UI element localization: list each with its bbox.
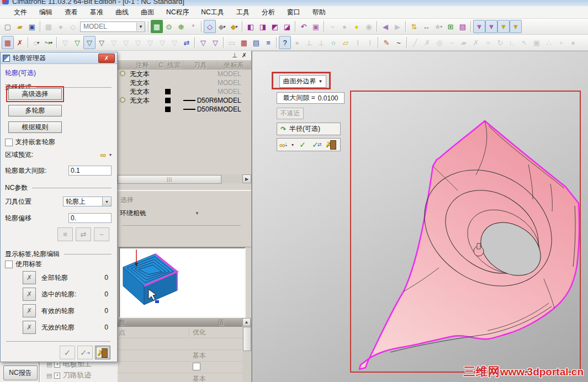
display-mode-3-icon[interactable]: ◩ [269, 20, 281, 33]
back-arrow-icon[interactable]: ◀ [379, 20, 391, 33]
nc-report-button[interactable]: NC报告 [3, 365, 38, 380]
zoom-in-icon[interactable]: ⊕ [175, 20, 187, 33]
sort-list-icon[interactable]: ≡ [262, 36, 274, 49]
radius-optional-button[interactable]: ↷ 半径(可选) [277, 123, 341, 135]
selection-list-icon[interactable]: ⇄ [181, 36, 193, 49]
bulb-on-icon[interactable]: ● [351, 20, 363, 33]
scroll-up-button[interactable]: ▲ [242, 318, 251, 326]
curve-icon[interactable]: ~ [393, 36, 405, 49]
checkbox-icon[interactable] [5, 139, 13, 146]
procedure-type-dropdown[interactable]: 环绕粗铣 ▼ [120, 208, 214, 219]
panel-titlebar[interactable]: 轮廓管理器 ✗ [1, 52, 117, 64]
new-file-icon[interactable]: ▢ [2, 20, 14, 33]
line-color-swatch[interactable] [165, 107, 171, 112]
filter-curve-icon[interactable]: ▽ [96, 36, 108, 49]
scrollbar-thumb[interactable] [243, 327, 251, 351]
checkbox-icon[interactable] [193, 363, 200, 370]
render-image-icon[interactable]: ▦ [151, 20, 163, 33]
measure-icon[interactable]: ↔ [420, 20, 432, 33]
expand-icon[interactable]: + [54, 373, 60, 379]
menu-NC程序[interactable]: NC程序 [160, 7, 195, 18]
entity-list-icon[interactable]: ▤ [457, 20, 469, 33]
tool-ball-1-icon[interactable]: ▼ [497, 20, 510, 33]
parameter-row[interactable] [118, 362, 251, 373]
tool-position-select[interactable]: 轮廓上 ▼ [63, 197, 112, 206]
open-file-icon[interactable]: ▰ [14, 20, 26, 33]
column-header[interactable]: 坐标系 [218, 61, 251, 70]
toolpath-row[interactable]: 无文本MODEL [118, 78, 251, 87]
toolpath-row[interactable]: 无文本MODEL [118, 87, 251, 96]
menu-曲线[interactable]: 曲线 [109, 7, 135, 18]
scroll-right-button[interactable]: ▶ [242, 174, 251, 183]
clear-profiles-button[interactable]: ✗ [23, 271, 36, 284]
grid-select-icon[interactable]: ▦ [2, 36, 14, 49]
visibility-bulb-icon[interactable] [120, 97, 125, 103]
apply-next-button[interactable]: ✓⇢ [77, 346, 93, 359]
menu-查看[interactable]: 查看 [59, 7, 84, 18]
toolpath-row[interactable]: 无文本D50R6MODEL [118, 96, 251, 105]
clear-profiles-button[interactable]: ✗ [23, 304, 36, 317]
display-mode-4-icon[interactable]: ◪ [281, 20, 293, 33]
display-mode-1-icon[interactable]: ◧ [245, 20, 257, 33]
parameter-row[interactable]: 基本 [118, 350, 251, 362]
line-color-swatch[interactable] [165, 89, 171, 94]
menu-曲面[interactable]: 曲面 [135, 7, 160, 18]
column-header[interactable]: C [157, 61, 165, 69]
chevron-down-icon[interactable]: ▾ [109, 152, 112, 157]
menu-帮助[interactable]: 帮助 [306, 7, 332, 18]
pin-icon[interactable]: ⊥ [232, 52, 237, 59]
clear-profiles-button[interactable]: ✗ [23, 321, 36, 334]
clear-profiles-button[interactable]: ✗ [23, 288, 36, 301]
menu-分析[interactable]: 分析 [256, 7, 281, 18]
menu-工具[interactable]: 工具 [230, 7, 256, 18]
sort-entities-icon[interactable]: ⇅ [408, 20, 420, 33]
tree-item[interactable]: ▤+刀路轨迹 [46, 370, 91, 381]
boundary-type-dropdown[interactable]: 曲面外边界 ▼ [279, 75, 326, 88]
parameter-row[interactable]: 点优化 [118, 327, 251, 338]
checkbox-icon[interactable] [5, 261, 13, 268]
toolpath-row[interactable]: 无文本MODEL [118, 70, 251, 78]
chevron-down-icon[interactable]: ▼ [102, 197, 111, 206]
close-icon[interactable]: ✗ [242, 52, 247, 59]
scrollbar-thumb[interactable]: ||| [118, 175, 221, 184]
horizontal-scrollbar[interactable]: ||| ▶ [118, 174, 251, 183]
filter-on-icon[interactable]: ▽ [71, 36, 83, 49]
ok-button[interactable]: ✓ [60, 346, 75, 359]
wireframe-cube-icon[interactable]: ◇ [204, 20, 216, 33]
parameters-table-header[interactable]: 数 值 [118, 318, 251, 327]
menu-基准[interactable]: 基准 [84, 7, 109, 18]
exit-button[interactable]: ✗ [95, 346, 110, 359]
by-rule-button[interactable]: 根据规则 [8, 121, 62, 133]
panel-close-button[interactable]: ✗ [98, 54, 115, 63]
view-restore-icon[interactable]: ↶ [298, 20, 310, 33]
apply-next-button[interactable]: ✓⇄ [310, 139, 324, 150]
model-combo[interactable]: MODEL▼ [80, 22, 145, 32]
new-process-icon[interactable]: ⊞ [444, 20, 457, 33]
menu-NC工具[interactable]: NC工具 [195, 7, 230, 18]
tool-ball-2-icon[interactable]: ▼ [510, 20, 522, 33]
column-header[interactable]: 注释 [128, 61, 157, 70]
tool-axial-icon[interactable]: ▼ [473, 20, 485, 33]
advanced-select-button[interactable]: 高级选择 [8, 88, 62, 100]
nested-profiles-checkbox[interactable]: 支持嵌套轮廓 [5, 137, 55, 147]
filter-add-icon[interactable]: ▽ [209, 36, 221, 49]
sketch-face-icon[interactable]: ▱ [340, 36, 352, 49]
vertical-scrollbar[interactable]: ▲ [242, 318, 251, 382]
node-link-icon[interactable]: ○ [327, 36, 340, 49]
max-gap-input[interactable] [68, 166, 112, 176]
menu-文件[interactable]: 文件 [8, 7, 33, 18]
filter-pick-icon[interactable]: ▽ [83, 36, 96, 49]
rotate-dynamic-icon[interactable]: * [187, 20, 199, 33]
unselect-icon[interactable]: ✗ [14, 36, 26, 49]
view-lock-icon[interactable]: ▣ [310, 20, 322, 33]
menu-编辑[interactable]: 编辑 [33, 7, 59, 18]
no-approach-button[interactable]: 不逼近 [277, 108, 304, 119]
visibility-bulb-icon[interactable] [120, 71, 125, 76]
line-color-swatch[interactable] [165, 98, 171, 103]
parameter-row[interactable] [118, 338, 251, 350]
exit-button[interactable]: ✗ [325, 139, 338, 150]
filter-node-icon[interactable]: ▽ [197, 36, 209, 49]
graphics-viewport[interactable]: 曲面外边界 ▼ 最大间隙 =0.0100 不逼近 ↷ 半径(可选) ∞⇣▾ ✓ … [252, 51, 588, 382]
toolpath-row[interactable]: D50R6MODEL [118, 105, 251, 114]
menu-窗口[interactable]: 窗口 [281, 7, 306, 18]
